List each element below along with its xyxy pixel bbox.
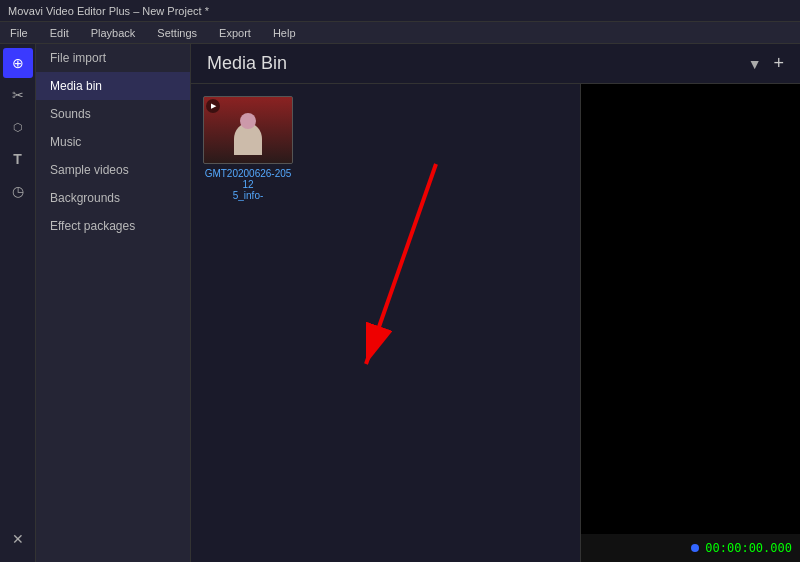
content-and-preview: ▶ GMT20200626-205125_info- — [191, 84, 800, 562]
effects-icon-btn[interactable]: ⬡ — [3, 112, 33, 142]
transitions-icon-btn[interactable]: ◷ — [3, 176, 33, 206]
main-layout: ⊕ ✂ ⬡ T ◷ ✕ File import Media bin Sounds… — [0, 44, 800, 562]
add-media-button[interactable]: + — [773, 53, 784, 74]
menu-edit[interactable]: Edit — [46, 25, 73, 41]
timecode-indicator — [691, 544, 699, 552]
menu-file[interactable]: File — [6, 25, 32, 41]
page-title: Media Bin — [207, 53, 287, 74]
menu-help[interactable]: Help — [269, 25, 300, 41]
preview-screen — [581, 84, 800, 534]
thumbnail-image: ▶ — [203, 96, 293, 164]
titlebar: Movavi Video Editor Plus – New Project * — [0, 0, 800, 22]
thumb-play-icon: ▶ — [206, 99, 220, 113]
sidebar-item-music[interactable]: Music — [36, 128, 190, 156]
menu-settings[interactable]: Settings — [153, 25, 201, 41]
title-text: Movavi Video Editor Plus – New Project * — [8, 5, 209, 17]
media-bin-area: ▶ GMT20200626-205125_info- — [191, 84, 580, 562]
sidebar-item-effect-packages[interactable]: Effect packages — [36, 212, 190, 240]
menubar: File Edit Playback Settings Export Help — [0, 22, 800, 44]
sidebar-item-backgrounds[interactable]: Backgrounds — [36, 184, 190, 212]
sidebar-item-file-import[interactable]: File import — [36, 44, 190, 72]
timecode-display: 00:00:00.000 — [705, 541, 792, 555]
menu-export[interactable]: Export — [215, 25, 255, 41]
preview-panel: 00:00:00.000 — [580, 84, 800, 562]
tools-icon-btn[interactable]: ✕ — [3, 524, 33, 554]
titles-icon-btn[interactable]: T — [3, 144, 33, 174]
import-icon-btn[interactable]: ⊕ — [3, 48, 33, 78]
thumbnail-visual: ▶ — [204, 97, 292, 163]
scissors-icon-btn[interactable]: ✂ — [3, 80, 33, 110]
content-area: Media Bin ▼ + ▶ — [191, 44, 800, 562]
sidebar-item-sounds[interactable]: Sounds — [36, 100, 190, 128]
person-head — [240, 113, 256, 129]
sidebar-item-media-bin[interactable]: Media bin — [36, 72, 190, 100]
media-item[interactable]: ▶ GMT20200626-205125_info- — [203, 96, 293, 550]
content-header: Media Bin ▼ + — [191, 44, 800, 84]
sidebar: File import Media bin Sounds Music Sampl… — [36, 44, 191, 562]
header-actions: ▼ + — [748, 53, 784, 74]
sidebar-item-sample-videos[interactable]: Sample videos — [36, 156, 190, 184]
menu-playback[interactable]: Playback — [87, 25, 140, 41]
timecode-bar: 00:00:00.000 — [581, 534, 800, 562]
media-item-label: GMT20200626-205125_info- — [203, 168, 293, 201]
filter-icon[interactable]: ▼ — [748, 56, 762, 72]
svg-line-1 — [366, 164, 436, 364]
left-iconbar: ⊕ ✂ ⬡ T ◷ ✕ — [0, 44, 36, 562]
